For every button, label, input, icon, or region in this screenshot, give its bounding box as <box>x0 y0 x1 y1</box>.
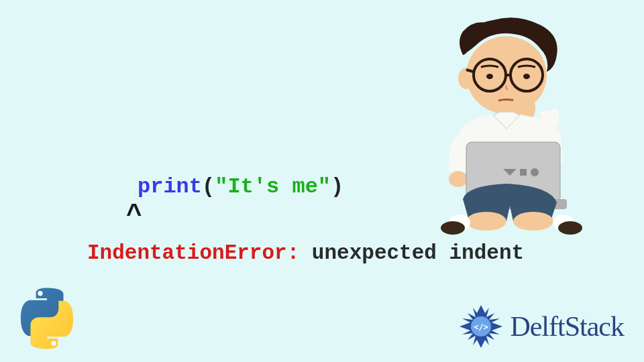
svg-point-15 <box>531 168 539 176</box>
close-paren: ) <box>331 174 343 199</box>
svg-point-20 <box>441 221 465 235</box>
svg-point-0 <box>38 291 42 296</box>
python-logo-icon <box>13 285 80 355</box>
svg-point-21 <box>558 221 582 235</box>
svg-point-8 <box>486 74 493 79</box>
svg-text:</>: </> <box>474 322 489 332</box>
delftstack-brand-text: DelftStack <box>510 310 624 343</box>
string-literal: "It's me" <box>215 174 331 199</box>
svg-rect-14 <box>520 169 527 176</box>
delftstack-emblem-icon: </> <box>458 303 504 350</box>
svg-point-9 <box>523 74 530 79</box>
svg-point-16 <box>466 212 506 231</box>
delftstack-logo: </> DelftStack <box>458 303 624 350</box>
error-message: unexpected indent <box>299 241 524 265</box>
svg-point-11 <box>449 171 468 187</box>
error-name: IndentationError: <box>87 241 299 265</box>
error-line: IndentationError: unexpected indent <box>87 241 524 265</box>
svg-point-1 <box>51 341 56 346</box>
open-paren: ( <box>202 174 215 199</box>
svg-point-17 <box>513 212 553 231</box>
print-keyword: print <box>138 174 202 199</box>
boy-with-laptop-illustration <box>399 8 607 239</box>
